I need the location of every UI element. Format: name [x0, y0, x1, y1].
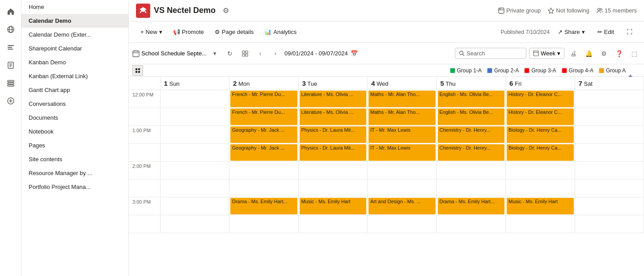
sidebar-item-4[interactable]: Kanban Demo: [21, 55, 128, 69]
calendar-dropdown-btn[interactable]: ▾: [208, 47, 221, 60]
not-following-button[interactable]: Not following: [548, 7, 589, 14]
time-cell-6: 3:00 PM: [129, 197, 160, 215]
event-block[interactable]: French - Mr. Pierre Du...: [230, 91, 297, 107]
grid-cell-r6-c3[interactable]: Music - Ms. Emily Hart: [298, 197, 368, 215]
sidebar-item-3[interactable]: Sharepoint Calendar: [21, 42, 128, 55]
event-block[interactable]: Biology - Dr. Henry Ca...: [507, 126, 574, 143]
grid-view-btn[interactable]: [239, 47, 251, 60]
pages-icon[interactable]: [3, 57, 19, 73]
event-block[interactable]: Physics - Dr. Laura Mit...: [300, 144, 367, 161]
grid-cell-r6-c2[interactable]: Drama - Ms. Emily Hart...: [229, 197, 299, 215]
members-button[interactable]: 15 members: [597, 7, 637, 14]
event-block[interactable]: Geography - Mr. Jack ...: [230, 144, 297, 161]
svg-point-30: [460, 51, 463, 55]
grid-cell-r6-c4[interactable]: Art and Design - Ms. ...: [368, 197, 437, 215]
sidebar-item-9[interactable]: Notebook: [21, 125, 128, 138]
sidebar-item-10[interactable]: Pages: [21, 138, 128, 152]
sidebar-item-7[interactable]: Conversations: [21, 97, 128, 111]
event-block[interactable]: English - Ms. Olivia Be...: [438, 109, 505, 125]
event-block[interactable]: French - Mr. Pierre Du...: [230, 109, 297, 125]
event-block[interactable]: Biology - Dr. Henry Ca...: [507, 144, 574, 161]
svg-line-31: [463, 54, 465, 56]
search-box[interactable]: Search: [455, 48, 526, 59]
activity-icon[interactable]: [3, 39, 19, 55]
next-btn[interactable]: ›: [269, 47, 282, 60]
week-label: Week: [541, 50, 555, 57]
new-button[interactable]: + New ▾: [136, 26, 167, 38]
grid-cell-r1-c3[interactable]: Literature - Ms. Olivia ...: [298, 108, 368, 126]
export-btn[interactable]: ⬚: [628, 47, 640, 60]
event-block[interactable]: IT - Mr. Max Lewis: [369, 144, 436, 161]
lists-icon[interactable]: [3, 75, 19, 91]
sidebar-item-2[interactable]: Calendar Demo (Exter...: [21, 28, 128, 42]
share-button[interactable]: ↗ Share ▾: [553, 26, 589, 38]
refresh-btn[interactable]: ↻: [224, 47, 236, 60]
grid-cell-r3-c2[interactable]: Geography - Mr. Jack ...: [229, 144, 299, 162]
grid-cell-r3-c5[interactable]: Chemistry - Dr. Henry...: [436, 144, 506, 162]
private-group-button[interactable]: Private group: [498, 7, 541, 14]
grid-cell-r2-c2[interactable]: Geography - Mr. Jack ...: [229, 126, 299, 144]
help-btn[interactable]: ❓: [613, 47, 625, 60]
event-block[interactable]: Physics - Dr. Laura Mit...: [300, 126, 367, 143]
grid-cell-r2-c6[interactable]: Biology - Dr. Henry Ca...: [506, 126, 575, 144]
grid-cell-r3-c4[interactable]: IT - Mr. Max Lewis: [368, 144, 437, 162]
grid-cell-r3-c3[interactable]: Physics - Dr. Laura Mit...: [298, 144, 368, 162]
edit-button[interactable]: ✏ Edit: [593, 26, 619, 38]
home-icon[interactable]: [3, 4, 19, 20]
grid-cell-r1-c4[interactable]: Maths - Mr. Alan Tho...: [368, 108, 437, 126]
expand-button[interactable]: ⛶: [622, 26, 637, 38]
grid-cell-r0-c4[interactable]: Maths - Mr. Alan Tho...: [368, 90, 437, 108]
event-block[interactable]: Literature - Ms. Olivia ...: [300, 109, 367, 125]
svg-rect-32: [534, 51, 538, 56]
event-block[interactable]: History - Dr. Eleanor C...: [507, 91, 574, 107]
sidebar-item-8[interactable]: Documents: [21, 111, 128, 125]
event-block[interactable]: Art and Design - Ms. ...: [369, 198, 436, 214]
grid-cell-r3-c6[interactable]: Biology - Dr. Henry Ca...: [506, 144, 575, 162]
event-block[interactable]: Maths - Mr. Alan Tho...: [369, 109, 436, 125]
grid-cell-r1-c2[interactable]: French - Mr. Pierre Du...: [229, 108, 299, 126]
event-block[interactable]: Geography - Mr. Jack ...: [230, 126, 297, 143]
event-block[interactable]: Chemistry - Dr. Henry...: [438, 144, 505, 161]
event-block[interactable]: Literature - Ms. Olivia ...: [300, 91, 367, 107]
grid-cell-r6-c6[interactable]: Music - Ms. Emily Hart: [506, 197, 575, 215]
promote-button[interactable]: 📢 Promote: [169, 26, 208, 38]
event-block[interactable]: Chemistry - Dr. Henry...: [438, 126, 505, 143]
event-block[interactable]: Maths - Mr. Alan Tho...: [369, 91, 436, 107]
event-block[interactable]: Music - Ms. Emily Hart: [300, 198, 367, 214]
site-settings-icon[interactable]: ⚙: [223, 6, 229, 15]
event-block[interactable]: English - Ms. Olivia Be...: [438, 91, 505, 107]
sidebar-item-5[interactable]: Kanban (External Link): [21, 69, 128, 83]
time-cell-4: 2:00 PM: [129, 162, 160, 180]
analytics-button[interactable]: 📊 Analytics: [260, 26, 301, 38]
sidebar-item-6[interactable]: Gantt Chart app: [21, 83, 128, 97]
grid-cell-r2-c5[interactable]: Chemistry - Dr. Henry...: [436, 126, 506, 144]
event-block[interactable]: Drama - Ms. Emily Hart...: [438, 198, 505, 214]
grid-cell-r1-c6[interactable]: History - Dr. Eleanor C...: [506, 108, 575, 126]
event-block[interactable]: Drama - Ms. Emily Hart...: [230, 198, 297, 214]
event-block[interactable]: Music - Ms. Emily Hart: [507, 198, 574, 214]
grid-cell-r2-c4[interactable]: IT - Mr. Max Lewis: [368, 126, 437, 144]
sidebar-item-11[interactable]: Site contents: [21, 152, 128, 166]
grid-cell-r2-c3[interactable]: Physics - Dr. Laura Mit...: [298, 126, 368, 144]
week-selector[interactable]: Week ▾: [529, 48, 564, 59]
sidebar-item-12[interactable]: Resource Manager by ...: [21, 166, 128, 180]
grid-cell-r0-c6[interactable]: History - Dr. Eleanor C...: [506, 90, 575, 108]
grid-cell-r0-c2[interactable]: French - Mr. Pierre Du...: [229, 90, 299, 108]
grid-cell-r0-c3[interactable]: Literature - Ms. Olivia ...: [298, 90, 368, 108]
grid-cell-r6-c5[interactable]: Drama - Ms. Emily Hart...: [436, 197, 506, 215]
legend-toggle[interactable]: [132, 65, 143, 76]
event-block[interactable]: IT - Mr. Max Lewis: [369, 126, 436, 143]
grid-cell-r0-c5[interactable]: English - Ms. Olivia Be...: [436, 90, 506, 108]
page-details-button[interactable]: ⚙ Page details: [210, 26, 258, 38]
sidebar-item-0[interactable]: Home: [21, 0, 128, 14]
sidebar-item-1[interactable]: Calendar Demo: [21, 14, 128, 28]
sidebar-item-13[interactable]: Portfolio Project Mana...: [21, 180, 128, 194]
event-block[interactable]: History - Dr. Eleanor C...: [507, 109, 574, 125]
add-icon[interactable]: [3, 93, 19, 109]
alert-btn[interactable]: 🔔: [582, 47, 595, 60]
print-btn[interactable]: 🖨: [567, 47, 580, 60]
settings-btn[interactable]: ⚙: [597, 47, 610, 60]
sites-icon[interactable]: [3, 21, 19, 38]
grid-cell-r1-c5[interactable]: English - Ms. Olivia Be...: [436, 108, 506, 126]
prev-btn[interactable]: ‹: [254, 47, 267, 60]
